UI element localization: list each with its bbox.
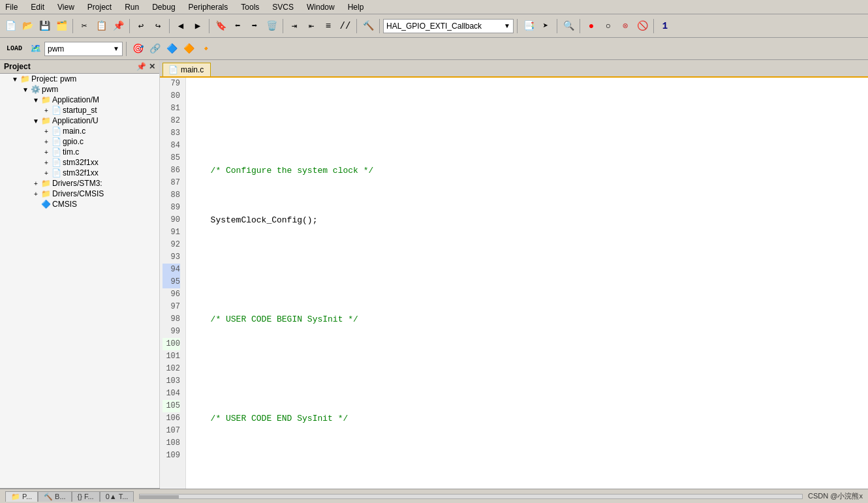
- paste-button[interactable]: 📌: [110, 18, 126, 34]
- scrollbar-thumb[interactable]: [140, 495, 179, 499]
- menu-peripherals[interactable]: Peripherals: [186, 2, 231, 12]
- status-right-text: CSDN @小浣熊x: [808, 491, 863, 501]
- tab-mainc[interactable]: 📄 main.c: [163, 63, 211, 76]
- bookmark-button[interactable]: 🔖: [213, 18, 228, 34]
- breakpoint-clear[interactable]: 🚫: [634, 18, 650, 34]
- back-button[interactable]: ◀: [173, 18, 189, 34]
- sep1: [72, 19, 73, 33]
- code-content[interactable]: /* Configure the system clock */ SystemC…: [186, 78, 868, 489]
- project-dropdown-arrow: ▼: [113, 45, 119, 52]
- ln-102: 102: [163, 363, 180, 375]
- menu-view[interactable]: View: [55, 2, 77, 12]
- target-btn3[interactable]: 🔷: [164, 41, 179, 57]
- status-bar: 📁 P... 🔨 B... {} F... 0▲ T... CSDN @小浣熊x: [0, 489, 868, 503]
- ln-82: 82: [163, 115, 180, 127]
- menu-tools[interactable]: Tools: [238, 2, 262, 12]
- sep3: [169, 19, 170, 33]
- menu-project[interactable]: Project: [85, 2, 114, 12]
- status-tab-functions-label: F...: [84, 493, 94, 500]
- goto-button[interactable]: ➤: [538, 18, 553, 34]
- sep-t2-1: [126, 42, 127, 56]
- undo-button[interactable]: ↩: [133, 18, 149, 34]
- build-button[interactable]: 🔨: [360, 18, 376, 34]
- status-tab-build-label: B...: [55, 493, 66, 500]
- menu-file[interactable]: File: [3, 2, 20, 12]
- tab-label: main.c: [181, 65, 204, 74]
- menu-window[interactable]: Window: [304, 2, 337, 12]
- code-editor[interactable]: 79 80 81 82 83 84 85 86 87 88 89 90 91 9…: [160, 78, 868, 489]
- sep7: [379, 19, 380, 33]
- tree-item-project-root[interactable]: ▼ 📁 Project: pwm: [0, 74, 159, 84]
- status-tab-functions[interactable]: {} F...: [72, 491, 100, 502]
- tree-item-startup[interactable]: + 📄 startup_st: [0, 105, 159, 115]
- tree-item-gpioc[interactable]: + 📄 gpio.c: [0, 136, 159, 147]
- load-icon[interactable]: LOAD: [3, 41, 26, 57]
- project-dropdown[interactable]: pwm ▼: [44, 42, 123, 56]
- tree-item-appU[interactable]: ▼ 📁 Application/U: [0, 115, 159, 126]
- menu-run[interactable]: Run: [122, 2, 142, 12]
- status-tab-templates[interactable]: 0▲ T...: [100, 491, 134, 502]
- target-btn2[interactable]: 🔗: [147, 41, 163, 57]
- save-all-button[interactable]: 🗂️: [54, 18, 69, 34]
- tree-item-mainc[interactable]: + 📄 main.c: [0, 126, 159, 136]
- sidebar: Project 📌 ✕ ▼ 📁 Project: pwm ▼ ⚙️ pwm ▼: [0, 60, 160, 489]
- pin-icon[interactable]: 📌: [136, 62, 146, 71]
- tree-item-drivers-cmsis[interactable]: + 📁 Drivers/CMSIS: [0, 189, 159, 199]
- tree-item-drivers-stm[interactable]: + 📁 Drivers/STM3:: [0, 178, 159, 189]
- close-icon[interactable]: ✕: [149, 62, 155, 71]
- ln-96: 96: [163, 288, 180, 301]
- prev-bookmark[interactable]: ⬅: [230, 18, 245, 34]
- breakpoint-disable[interactable]: ⊗: [617, 18, 633, 34]
- cut-button[interactable]: ✂️: [76, 18, 92, 34]
- copy-ref-button[interactable]: 📑: [521, 18, 536, 34]
- save-button[interactable]: 💾: [37, 18, 52, 34]
- target-btn5[interactable]: 🔸: [198, 41, 213, 57]
- horizontal-scrollbar[interactable]: [139, 494, 803, 499]
- tree-item-pwm[interactable]: ▼ ⚙️ pwm: [0, 84, 159, 95]
- ln-107: 107: [163, 425, 180, 437]
- sidebar-title: Project: [4, 62, 31, 71]
- ln-85: 85: [163, 152, 180, 164]
- function-dropdown[interactable]: HAL_GPIO_EXTI_Callback ▼: [383, 19, 514, 33]
- tab-file-icon: 📄: [168, 65, 178, 74]
- target-btn1[interactable]: 🎯: [130, 41, 146, 57]
- clear-bookmark[interactable]: 🗑️: [264, 18, 279, 34]
- target-btn4[interactable]: 🔶: [181, 41, 196, 57]
- redo-button[interactable]: ↪: [150, 18, 166, 34]
- tree-item-timc[interactable]: + 📄 tim.c: [0, 147, 159, 157]
- ln-105: 105: [163, 400, 180, 412]
- extra-icon1[interactable]: 🗺️: [27, 41, 43, 57]
- outdent-button[interactable]: ⇤: [303, 18, 319, 34]
- indent-button[interactable]: ⇥: [287, 18, 302, 34]
- sep9: [557, 19, 557, 33]
- breakpoint-circle[interactable]: ○: [600, 18, 616, 34]
- ln-94: 94: [163, 264, 180, 276]
- open-button[interactable]: 📂: [20, 18, 35, 34]
- tree-item-appM[interactable]: ▼ 📁 Application/M: [0, 95, 159, 105]
- sep5: [283, 19, 283, 33]
- tree-item-cmsis[interactable]: 🔷 CMSIS: [0, 199, 159, 209]
- sep6: [356, 19, 357, 33]
- ln-83: 83: [163, 127, 180, 140]
- search-button[interactable]: 🔍: [561, 18, 576, 34]
- menu-help[interactable]: Help: [345, 2, 367, 12]
- status-tab-project[interactable]: 📁 P...: [5, 491, 38, 502]
- menu-debug[interactable]: Debug: [149, 2, 178, 12]
- tree-item-stm1[interactable]: + 📄 stm32f1xx: [0, 157, 159, 168]
- comment-button[interactable]: //: [337, 18, 353, 34]
- function-dropdown-arrow: ▼: [504, 22, 510, 29]
- sep2: [129, 19, 130, 33]
- breakpoint-red[interactable]: ●: [583, 18, 599, 34]
- forward-button[interactable]: ▶: [190, 18, 206, 34]
- next-bookmark[interactable]: ➡: [247, 18, 262, 34]
- copy-button[interactable]: 📋: [93, 18, 109, 34]
- ln-86: 86: [163, 164, 180, 177]
- format-button[interactable]: ≡: [320, 18, 336, 34]
- tree-item-stm2[interactable]: + 📄 stm32f1xx: [0, 168, 159, 178]
- status-tab-templates-icon: 0▲: [106, 493, 117, 500]
- extra-btn1[interactable]: 1: [657, 18, 673, 34]
- menu-svcs[interactable]: SVCS: [270, 2, 296, 12]
- status-tab-build[interactable]: 🔨 B...: [38, 491, 72, 502]
- new-file-button[interactable]: 📄: [3, 18, 18, 34]
- menu-edit[interactable]: Edit: [28, 2, 47, 12]
